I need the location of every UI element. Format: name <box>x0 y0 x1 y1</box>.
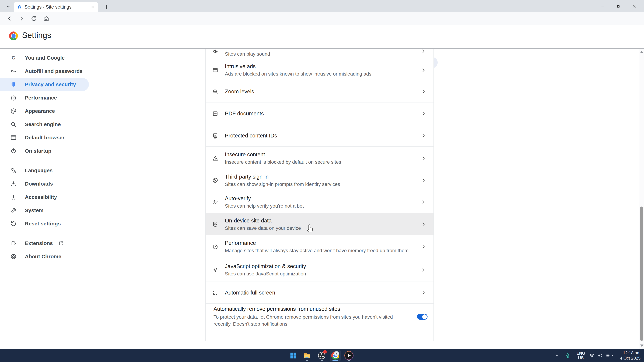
chevron-right-icon <box>421 49 426 54</box>
auto-remove-toggle[interactable] <box>418 314 427 319</box>
sidebar-item-languages[interactable]: Languages <box>0 164 89 177</box>
battery-icon[interactable] <box>605 353 614 358</box>
sidebar-item-extensions[interactable]: Extensions <box>0 237 89 250</box>
tab-search-button[interactable] <box>4 2 12 10</box>
sidebar-item-appearance[interactable]: Appearance <box>0 104 89 118</box>
sidebar-item-on-startup[interactable]: On startup <box>0 144 89 158</box>
translate-icon <box>10 167 17 174</box>
windows-logo-icon <box>290 352 297 359</box>
microphone-tray-button[interactable] <box>564 351 572 360</box>
close-window-button[interactable] <box>626 0 642 12</box>
file-explorer-button[interactable] <box>301 350 312 361</box>
power-icon <box>10 148 17 154</box>
list-item-auto-verify[interactable]: Auto-verify Sites can help verify you're… <box>206 191 434 213</box>
start-button[interactable] <box>288 350 299 361</box>
sidebar-item-you-and-google[interactable]: G You and Google <box>0 51 89 64</box>
list-item-protected-content[interactable]: Protected content IDs <box>206 125 434 147</box>
chevron-right-icon <box>421 199 426 205</box>
list-item-automatic-full-screen[interactable]: Automatic full screen <box>206 282 434 304</box>
clock[interactable]: 12:18 am 4 Oct 2025 <box>616 350 640 361</box>
chrome-logo-icon <box>331 352 339 360</box>
browser-tab[interactable]: Settings - Site settings <box>14 2 98 12</box>
chrome-logo-icon <box>9 31 18 40</box>
sidebar-item-system[interactable]: System <box>0 204 89 217</box>
screen: Settings - Site settings <box>0 0 644 362</box>
tray-expand-button[interactable] <box>553 352 561 359</box>
tab-title: Settings - Site settings <box>24 4 88 10</box>
language-indicator[interactable]: ENG US <box>574 351 587 361</box>
microphone-icon <box>565 353 570 358</box>
auto-remove-permissions-row: Automatically remove permissions from un… <box>206 304 434 330</box>
tab-strip: Settings - Site settings <box>0 0 644 12</box>
toggle-knob <box>422 315 427 319</box>
maximize-button[interactable] <box>611 0 626 12</box>
sidebar-item-privacy-security[interactable]: Privacy and security <box>0 78 89 91</box>
gear-icon <box>17 4 22 9</box>
sidebar-item-downloads[interactable]: Downloads <box>0 177 89 190</box>
running-indicator <box>320 360 323 361</box>
svg-text:PDF: PDF <box>214 113 217 114</box>
forward-button[interactable] <box>17 14 26 23</box>
back-button[interactable] <box>5 14 14 23</box>
fullscreen-icon <box>206 290 225 296</box>
chevron-right-icon <box>421 133 426 138</box>
list-item-performance[interactable]: Performance Manage sites that will alway… <box>206 235 434 258</box>
list-item-insecure-content[interactable]: Insecure content Insecure content is blo… <box>206 147 434 170</box>
obs-button[interactable] <box>316 350 327 361</box>
chevron-right-icon <box>421 244 426 249</box>
list-item-zoom-levels[interactable]: Zoom levels <box>206 81 434 102</box>
media-player-button[interactable] <box>343 350 354 361</box>
sidebar-item-autofill[interactable]: Autofill and passwords <box>0 64 89 78</box>
reload-button[interactable] <box>30 14 38 23</box>
account-circle-icon <box>206 177 225 183</box>
database-icon <box>206 221 225 227</box>
page-scrollbar[interactable] <box>640 49 644 349</box>
browser-window-icon <box>10 134 17 141</box>
sidebar: G You and Google Autofill and passwords … <box>0 49 89 263</box>
sidebar-item-search-engine[interactable]: Search engine <box>0 118 89 131</box>
list-item-intrusive-ads[interactable]: Intrusive ads Ads are blocked on sites k… <box>206 59 434 81</box>
scroll-up-arrow[interactable] <box>640 51 644 53</box>
card-empty-space <box>206 330 434 341</box>
google-g-icon: G <box>10 55 17 61</box>
time-text: 12:18 am <box>623 350 640 356</box>
chrome-outline-icon <box>10 253 17 260</box>
list-item-javascript-optimization[interactable]: JavaScript optimization & security Sites… <box>206 258 434 282</box>
chevron-right-icon <box>421 222 426 227</box>
chevron-right-icon <box>421 111 426 116</box>
chevron-right-icon <box>421 67 426 73</box>
speedometer-icon <box>10 95 17 101</box>
minimize-button[interactable] <box>595 0 611 12</box>
sidebar-item-accessibility[interactable]: Accessibility <box>0 190 89 204</box>
sidebar-item-performance[interactable]: Performance <box>0 91 89 104</box>
palette-icon <box>10 108 17 114</box>
list-item-pdf-documents[interactable]: PDF PDF documents <box>206 102 434 125</box>
wrench-icon <box>10 207 17 214</box>
chevron-right-icon <box>421 267 426 273</box>
accessibility-icon <box>10 194 17 200</box>
sidebar-item-default-browser[interactable]: Default browser <box>0 131 89 144</box>
active-indicator <box>332 360 338 361</box>
recording-dot <box>323 350 327 354</box>
warning-icon <box>206 155 225 161</box>
browser-toolbar: Chrome chrome://settings/content <box>0 12 644 25</box>
close-tab-icon[interactable] <box>90 5 95 9</box>
volume-icon[interactable] <box>597 352 604 359</box>
wifi-icon[interactable] <box>588 352 595 359</box>
external-link-icon <box>58 241 64 246</box>
home-button[interactable] <box>42 14 51 23</box>
new-tab-button[interactable] <box>102 3 111 11</box>
list-item-sound[interactable]: Sites can play sound <box>206 49 434 59</box>
list-item-third-party-signin[interactable]: Third-party sign-in Sites can show sign-… <box>206 170 434 191</box>
list-item-on-device-site-data[interactable]: On-device site data Sites can save data … <box>206 213 434 235</box>
scrollbar-thumb[interactable] <box>640 207 643 341</box>
scroll-down-arrow[interactable] <box>640 345 644 347</box>
sidebar-item-about-chrome[interactable]: About Chrome <box>0 250 89 263</box>
header-divider <box>0 48 644 49</box>
person-check-icon <box>206 199 225 205</box>
settings-header: Settings <box>0 25 644 48</box>
chevron-up-icon <box>555 353 560 358</box>
chrome-taskbar-button[interactable] <box>330 350 341 361</box>
speaker-icon <box>206 54 225 54</box>
sidebar-item-reset-settings[interactable]: Reset settings <box>0 217 89 230</box>
